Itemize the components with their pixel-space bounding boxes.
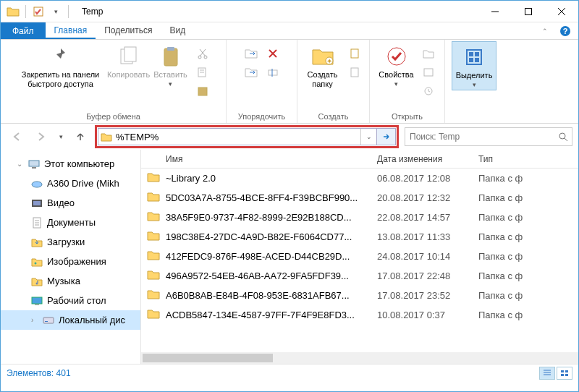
file-row[interactable]: 412FEDC9-876F-498E-ACED-D44CB29D...24.08… <box>141 247 578 266</box>
forward-button[interactable] <box>31 127 51 147</box>
svg-rect-45 <box>565 374 568 376</box>
file-type: Папка с ф <box>478 231 578 242</box>
help-icon[interactable]: ? <box>557 22 574 39</box>
new-item-icon[interactable] <box>347 46 363 61</box>
svg-text:✦: ✦ <box>326 57 332 65</box>
search-box[interactable] <box>405 127 572 146</box>
folder-icon <box>147 231 160 243</box>
column-name[interactable]: Имя <box>147 154 377 164</box>
file-list[interactable]: ~Library 2.006.08.2017 12:08Папка с ф5DC… <box>141 169 578 352</box>
file-tab[interactable]: Файл <box>1 22 46 39</box>
address-input[interactable] <box>114 129 360 145</box>
sidebar-item-images[interactable]: Изображения <box>1 252 140 271</box>
svg-rect-35 <box>33 201 41 205</box>
thumbnails-view-button[interactable] <box>557 367 572 380</box>
main-area: ⌄ Этот компьютер A360 Drive (Mikh Видео … <box>1 150 578 364</box>
qa-properties-icon[interactable] <box>30 4 46 20</box>
column-date[interactable]: Дата изменения <box>377 154 478 164</box>
svg-rect-38 <box>32 297 42 304</box>
tab-share[interactable]: Поделиться <box>96 22 161 39</box>
address-dropdown-icon[interactable]: ⌄ <box>360 129 376 145</box>
select-all-icon <box>464 47 484 67</box>
cut-icon[interactable] <box>195 46 211 61</box>
sidebar-item-a360[interactable]: A360 Drive (Mikh <box>1 174 140 193</box>
move-to-icon[interactable] <box>243 46 259 61</box>
address-folder-icon <box>98 132 114 142</box>
rename-icon[interactable] <box>265 64 281 80</box>
horizontal-scrollbar[interactable] <box>141 352 578 364</box>
minimize-button[interactable] <box>478 1 512 22</box>
file-row[interactable]: ACDB5847-134E-4587-97FF-7F4F9E8FD3...10.… <box>141 305 578 325</box>
svg-rect-41 <box>45 321 48 322</box>
search-input[interactable] <box>405 132 554 142</box>
new-folder-button[interactable]: ✦ Создать папку <box>302 41 344 89</box>
address-bar-highlight: ⌄ <box>95 125 399 148</box>
copy-button[interactable]: Копировать <box>108 41 150 80</box>
recent-locations-button[interactable]: ▾ <box>56 127 66 147</box>
maximize-button[interactable] <box>512 1 545 22</box>
search-icon[interactable] <box>554 132 572 142</box>
pin-to-quick-access-button[interactable]: Закрепить на панели быстрого доступа <box>14 41 108 89</box>
file-name: 496A9572-54EB-46AB-AA72-9FA5FDF39... <box>166 270 349 281</box>
column-type[interactable]: Тип <box>478 154 578 164</box>
svg-rect-14 <box>198 88 207 95</box>
ribbon: Закрепить на панели быстрого доступа Коп… <box>1 40 578 124</box>
sidebar-item-documents[interactable]: Документы <box>1 213 140 232</box>
tab-view[interactable]: Вид <box>161 22 194 39</box>
svg-rect-9 <box>164 48 177 66</box>
file-row[interactable]: 198C38E4-27DC-4A9D-B82E-F6064CD77...13.0… <box>141 227 578 247</box>
svg-rect-31 <box>29 161 39 166</box>
file-row[interactable]: 38A5F9E0-9737-4F82-8999-2E92B188CD...22.… <box>141 208 578 227</box>
paste-button[interactable]: Вставить ▾ <box>150 41 192 89</box>
svg-text:?: ? <box>563 27 568 35</box>
file-type: Папка с ф <box>478 251 578 262</box>
window-title: Temp <box>76 7 478 17</box>
title-bar: ▾ Temp <box>1 1 578 22</box>
paste-shortcut-icon[interactable] <box>195 83 211 99</box>
folder-icon <box>147 289 160 302</box>
file-row[interactable]: ~Library 2.006.08.2017 12:08Папка с ф <box>141 169 578 188</box>
ribbon-collapse-icon[interactable]: ⌃ <box>536 22 554 39</box>
folder-icon <box>147 270 160 282</box>
svg-rect-39 <box>35 304 39 305</box>
select-button[interactable]: Выделить ▾ <box>452 41 496 90</box>
details-view-button[interactable] <box>539 367 555 380</box>
open-icon[interactable] <box>420 46 436 61</box>
sidebar-item-desktop[interactable]: Рабочий стол <box>1 291 140 310</box>
sidebar-item-music[interactable]: Музыка <box>1 271 140 291</box>
history-icon[interactable] <box>420 83 436 99</box>
file-row[interactable]: A6B0B8AB-E84B-4F08-953E-6831AFB67...17.0… <box>141 286 578 305</box>
ribbon-tabs: Файл Главная Поделиться Вид ⌃ ? <box>1 22 578 40</box>
easy-access-icon[interactable] <box>347 64 363 80</box>
sidebar-item-video[interactable]: Видео <box>1 193 140 213</box>
svg-rect-25 <box>469 52 473 56</box>
tab-home[interactable]: Главная <box>46 22 96 39</box>
close-button[interactable] <box>545 1 578 22</box>
svg-rect-2 <box>525 8 532 14</box>
file-name: A6B0B8AB-E84B-4F08-953E-6831AFB67... <box>166 290 350 301</box>
expand-icon[interactable]: ⌄ <box>17 160 24 168</box>
edit-icon[interactable] <box>420 64 436 80</box>
file-row[interactable]: 5DC03A7A-8755-4BCE-8FF4-F39BCBF990...20.… <box>141 188 578 208</box>
svg-point-37 <box>35 262 37 264</box>
address-bar[interactable]: ⌄ <box>98 128 377 145</box>
sidebar-item-this-pc[interactable]: ⌄ Этот компьютер <box>1 154 140 174</box>
pin-label: Закрепить на панели быстрого доступа <box>14 70 108 89</box>
sidebar-item-downloads[interactable]: Загрузки <box>1 232 140 252</box>
up-button[interactable] <box>70 127 90 147</box>
content-pane: Имя Дата изменения Тип ~Library 2.006.08… <box>141 150 578 364</box>
go-button[interactable] <box>377 128 396 145</box>
copy-to-icon[interactable] <box>243 64 259 80</box>
svg-rect-27 <box>469 58 473 62</box>
back-button[interactable] <box>7 127 27 147</box>
delete-icon[interactable] <box>265 46 281 61</box>
svg-rect-44 <box>561 374 564 376</box>
sidebar-item-local-disk[interactable]: › Локальный дис <box>1 310 140 330</box>
copy-path-icon[interactable] <box>195 64 211 80</box>
expand-icon[interactable]: › <box>31 316 38 324</box>
properties-button[interactable]: Свойства ▾ <box>376 41 418 89</box>
file-date: 20.08.2017 12:32 <box>377 192 478 203</box>
file-row[interactable]: 496A9572-54EB-46AB-AA72-9FA5FDF39...17.0… <box>141 266 578 286</box>
qa-dropdown-icon[interactable]: ▾ <box>48 4 64 20</box>
svg-rect-15 <box>269 70 277 75</box>
